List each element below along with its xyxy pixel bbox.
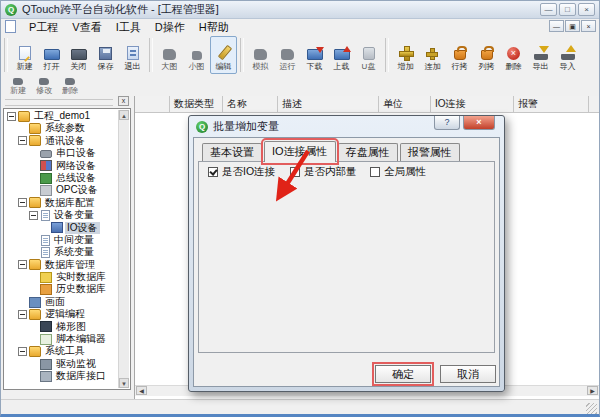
table-header-cell[interactable]: 名称 [223,96,278,112]
menu-item[interactable]: D操作 [148,21,192,33]
toolbar-button-label: 导出 [533,62,549,72]
scroll-down-icon[interactable]: ▼ [119,378,129,388]
tree-item[interactable]: 数据库接口 [5,370,119,382]
mdi-close-button[interactable]: × [581,20,596,32]
tree-scrollbar[interactable]: ▲ ▼ [118,110,129,388]
toolbar-button[interactable]: 新建 [11,36,38,74]
toolbar-button[interactable]: U盘 [355,36,382,74]
toolbar-button[interactable]: 退出 [119,36,146,74]
tree-item[interactable]: 工程_demo1 [5,110,119,122]
tree-item[interactable]: IO设备 [5,222,119,234]
tree-item[interactable]: 总线设备 [5,172,119,184]
tree-item[interactable]: 驱动监视 [5,358,119,370]
tab-dialog-tab-3[interactable]: 报警属性 [400,143,460,161]
dock-grip[interactable] [5,99,113,106]
expander-minus-icon[interactable] [7,112,16,121]
toolbar-button[interactable]: 小图 [183,36,210,74]
table-header-cell[interactable]: 描述 [278,96,379,112]
expander-minus-icon[interactable] [18,347,27,356]
toolbar-button[interactable]: 导出 [527,36,554,74]
expander-minus-icon[interactable] [29,211,38,220]
dialog-close-button[interactable]: × [463,116,495,130]
menu-item[interactable]: V查看 [65,21,108,33]
menu-item[interactable]: P工程 [22,21,65,33]
tree-item-label: 串口设备 [54,147,98,159]
checkbox-option[interactable]: 是否内部量 [290,165,357,179]
checkbox-option[interactable]: 是否IO连接 [208,165,275,179]
tab-dialog-tab-0[interactable]: 基本设置 [202,143,262,161]
window-maximize-button[interactable]: □ [559,3,576,16]
toolbar-button[interactable]: 连加 [419,36,446,74]
edit-toolbar-button[interactable]: 新建 [5,77,31,96]
toolbar-button[interactable]: 下载 [301,36,328,74]
table-header-cell[interactable]: 报警 [514,96,589,112]
toolbar-button[interactable]: 列拷 [473,36,500,74]
expander-minus-icon[interactable] [18,198,27,207]
tree-item[interactable]: 串口设备 [5,147,119,159]
window-close-button[interactable]: × [578,3,595,16]
tab-io-link-props[interactable]: IO连接属性 [264,141,336,162]
tree-item[interactable]: 系统参数 [5,122,119,134]
checkbox-checked-icon[interactable] [208,167,218,177]
toolbar-button[interactable]: 增加 [392,36,419,74]
edit-toolbar-button[interactable]: 删除 [57,77,83,96]
toolbar-button[interactable]: 大图 [156,36,183,74]
ok-button[interactable]: 确定 [375,365,431,383]
toolbar-button[interactable]: 行拷 [446,36,473,74]
table-header-cell[interactable] [149,96,170,112]
tree-item[interactable]: 数据库管理 [5,259,119,271]
toolbar-button-label: 运行 [280,62,296,72]
dialog-help-button[interactable]: ? [434,116,460,130]
toolbar-button[interactable]: 运行 [274,36,301,74]
table-header-cell[interactable]: 单位 [379,96,431,112]
scroll-left-icon[interactable]: ◀ [136,386,147,395]
menu-item[interactable]: I工具 [109,21,148,33]
dock-close-icon[interactable]: x [118,96,129,106]
toolbar-button[interactable]: 保存 [92,36,119,74]
table-header-cell[interactable]: IO连接 [431,96,514,112]
tree-item[interactable]: 系统变量 [5,246,119,258]
tree-item[interactable]: OPC设备 [5,184,119,196]
tree-item[interactable]: 脚本编辑器 [5,333,119,345]
tree-item[interactable]: 历史数据库 [5,283,119,295]
checkbox-unchecked-icon[interactable] [370,167,380,177]
tree-item[interactable]: 逻辑编程 [5,308,119,320]
table-header-cell[interactable] [589,96,600,112]
scroll-up-icon[interactable]: ▲ [119,110,129,120]
tree-item[interactable]: 画面 [5,296,119,308]
tree-item[interactable]: 设备变量 [5,209,119,221]
toolbar-button-label: 小图 [189,62,205,72]
window-minimize-button[interactable]: — [540,3,557,16]
tab-dialog-tab-2[interactable]: 存盘属性 [338,143,398,161]
tree-item[interactable]: 系统工具 [5,345,119,357]
tree-item[interactable]: 中间变量 [5,234,119,246]
expander-minus-icon[interactable] [18,136,27,145]
tree-item[interactable]: 通讯设备 [5,135,119,147]
checkbox-unchecked-icon[interactable] [290,167,300,177]
menu-item[interactable]: H帮助 [192,21,236,33]
tree-item[interactable]: 网络设备 [5,160,119,172]
toolbar-button[interactable]: 导入 [554,36,581,74]
toolbar-button[interactable]: 上载 [328,36,355,74]
tree-item[interactable]: 梯形图 [5,321,119,333]
expander-minus-icon[interactable] [18,310,27,319]
toolbar-button[interactable]: 关闭 [65,36,92,74]
mdi-minimize-button[interactable]: — [549,20,564,32]
expander-minus-icon[interactable] [18,260,27,269]
toolbar-button[interactable]: 模拟 [247,36,274,74]
toolbar-button[interactable]: ×删除 [500,36,527,74]
scroll-right-icon[interactable]: ▶ [587,386,598,395]
edit-button[interactable]: 编辑 [210,36,237,74]
tree-item[interactable]: 实时数据库 [5,271,119,283]
import-tray-icon [561,54,575,60]
mdi-restore-button[interactable]: ▣ [565,20,580,32]
cancel-button[interactable]: 取消 [440,365,496,383]
resize-grip[interactable] [586,403,597,414]
table-header-cell[interactable]: 数据类型 [170,96,223,112]
toolbar-button[interactable]: 打开 [38,36,65,74]
dock-panel-header[interactable]: x [3,96,131,108]
tree-item-label: 实时数据库 [54,271,108,283]
edit-toolbar-button[interactable]: 修改 [31,77,57,96]
tree-item[interactable]: 数据库配置 [5,197,119,209]
checkbox-option[interactable]: 全局属性 [370,165,426,179]
